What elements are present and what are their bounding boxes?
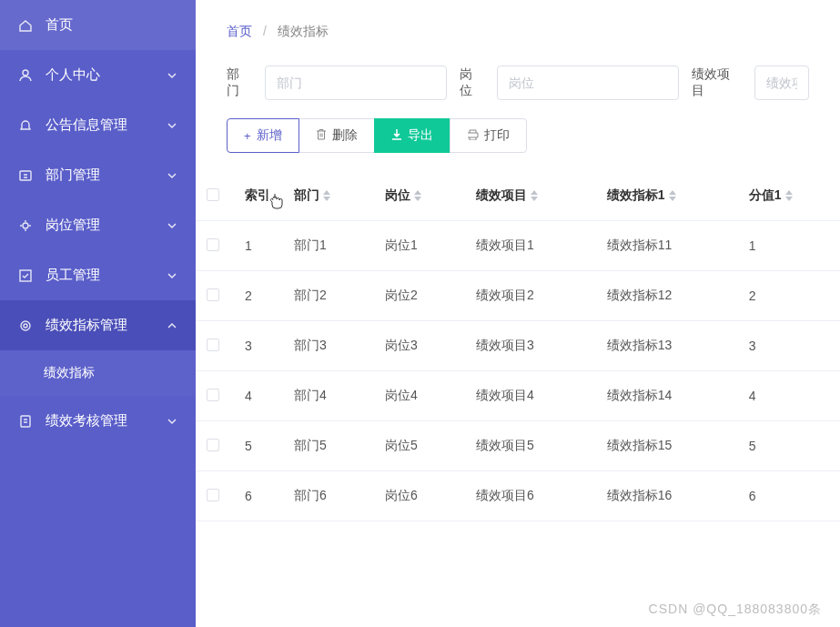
table-header-col[interactable]: 绩效指标1	[596, 171, 738, 221]
row-checkbox[interactable]	[207, 439, 219, 451]
cell-position: 岗位5	[374, 421, 465, 471]
dept-icon	[18, 168, 33, 183]
main-content: 首页 / 绩效指标 部门 岗位 绩效项目 + 新增 删除	[196, 0, 840, 627]
print-button[interactable]: 打印	[450, 118, 527, 153]
table-row: 4 部门4 岗位4 绩效项目4 绩效指标14 4	[196, 371, 840, 421]
svg-point-0	[23, 70, 28, 76]
sort-icon	[531, 190, 538, 201]
cell-index: 2	[234, 271, 283, 321]
delete-button-label: 删除	[332, 127, 358, 144]
filter-bar: 部门 岗位 绩效项目	[196, 56, 840, 118]
cell-dept: 部门6	[283, 471, 374, 521]
sort-icon	[785, 190, 793, 201]
cell-index: 4	[234, 371, 283, 421]
breadcrumb: 首页 / 绩效指标	[196, 0, 840, 56]
select-all-checkbox[interactable]	[207, 188, 219, 201]
sidebar-item-1[interactable]: 个人中心	[0, 50, 196, 100]
plus-icon: +	[244, 129, 251, 143]
sidebar-item-label: 首页	[46, 16, 177, 34]
cell-score: 3	[738, 321, 840, 371]
position-icon	[18, 218, 33, 233]
filter-dept-input[interactable]	[265, 66, 447, 100]
print-icon	[467, 129, 479, 143]
cell-project: 绩效项目2	[465, 271, 596, 321]
sidebar-item-2[interactable]: 公告信息管理	[0, 100, 196, 150]
row-checkbox[interactable]	[207, 489, 219, 501]
svg-rect-6	[21, 416, 30, 427]
employee-icon	[18, 268, 33, 283]
sidebar-item-6[interactable]: 绩效指标管理	[0, 300, 196, 350]
table-row: 5 部门5 岗位5 绩效项目5 绩效指标15 5	[196, 421, 840, 471]
row-checkbox[interactable]	[207, 389, 219, 401]
row-checkbox[interactable]	[207, 339, 219, 351]
cell-position: 岗位1	[374, 221, 465, 271]
table-header-col[interactable]: 绩效项目	[465, 171, 596, 221]
sidebar-item-label: 员工管理	[46, 267, 167, 284]
chevron-down-icon	[167, 270, 177, 281]
cell-dept: 部门1	[283, 221, 374, 271]
print-button-label: 打印	[484, 127, 510, 144]
chevron-down-icon	[167, 220, 177, 231]
cell-position: 岗位4	[374, 371, 465, 421]
svg-point-4	[21, 321, 30, 330]
sidebar-item-7[interactable]: 绩效考核管理	[0, 396, 196, 446]
cell-position: 岗位3	[374, 321, 465, 371]
sidebar-item-label: 个人中心	[46, 66, 167, 84]
sidebar-subitem[interactable]: 绩效指标	[0, 350, 196, 396]
export-button-label: 导出	[408, 127, 433, 144]
bell-icon	[18, 118, 33, 133]
chevron-down-icon	[167, 416, 177, 427]
cell-score: 6	[738, 471, 840, 521]
cell-index: 6	[234, 471, 283, 521]
row-checkbox[interactable]	[207, 288, 219, 301]
delete-button[interactable]: 删除	[299, 118, 375, 153]
svg-point-5	[24, 324, 27, 328]
cell-project: 绩效项目1	[465, 221, 596, 271]
breadcrumb-home-link[interactable]: 首页	[227, 24, 252, 38]
sidebar-item-4[interactable]: 岗位管理	[0, 200, 196, 250]
breadcrumb-current: 绩效指标	[278, 24, 329, 38]
sidebar-item-0[interactable]: 首页	[0, 0, 196, 50]
sidebar-item-5[interactable]: 员工管理	[0, 250, 196, 300]
chevron-down-icon	[167, 120, 177, 131]
watermark: CSDN @QQ_188083800条	[649, 602, 822, 618]
cell-score: 5	[738, 421, 840, 471]
cell-score: 4	[738, 371, 840, 421]
cell-project: 绩效项目5	[465, 421, 596, 471]
table-header-col[interactable]: 岗位	[374, 171, 465, 221]
toolbar: + 新增 删除 导出 打印	[196, 118, 840, 171]
data-table: 索引 部门岗位绩效项目绩效指标1分值1 1 部门1 岗位1 绩效项目1 绩效指标…	[196, 171, 840, 521]
table-row: 2 部门2 岗位2 绩效项目2 绩效指标12 2	[196, 271, 840, 321]
table-wrap: 索引 部门岗位绩效项目绩效指标1分值1 1 部门1 岗位1 绩效项目1 绩效指标…	[196, 171, 840, 521]
svg-rect-1	[20, 171, 31, 180]
table-header-index[interactable]: 索引	[234, 171, 283, 221]
cell-dept: 部门5	[283, 421, 374, 471]
sort-icon	[669, 190, 676, 201]
table-row: 6 部门6 岗位6 绩效项目6 绩效指标16 6	[196, 471, 840, 521]
table-header-col[interactable]: 部门	[283, 171, 374, 221]
sidebar-item-label: 岗位管理	[46, 217, 167, 234]
cell-index: 3	[234, 321, 283, 371]
assess-icon	[18, 414, 33, 429]
row-checkbox[interactable]	[207, 238, 219, 251]
filter-position-input[interactable]	[497, 66, 679, 100]
cell-dept: 部门4	[283, 371, 374, 421]
cell-indicator: 绩效指标14	[596, 371, 738, 421]
cell-project: 绩效项目6	[465, 471, 596, 521]
cell-dept: 部门3	[283, 321, 374, 371]
export-button[interactable]: 导出	[374, 118, 450, 153]
table-header-col[interactable]: 分值1	[738, 171, 840, 221]
breadcrumb-separator: /	[263, 24, 267, 38]
table-row: 3 部门3 岗位3 绩效项目3 绩效指标13 3	[196, 321, 840, 371]
chevron-down-icon	[167, 70, 177, 81]
add-button[interactable]: + 新增	[227, 118, 299, 153]
svg-point-2	[23, 223, 28, 228]
cell-score: 1	[738, 221, 840, 271]
cell-indicator: 绩效指标12	[596, 271, 738, 321]
chevron-down-icon	[167, 170, 177, 181]
sidebar-item-3[interactable]: 部门管理	[0, 150, 196, 200]
chevron-up-icon	[167, 320, 177, 331]
cell-index: 5	[234, 421, 283, 471]
filter-project-input[interactable]	[754, 66, 809, 100]
cell-indicator: 绩效指标11	[596, 221, 738, 271]
